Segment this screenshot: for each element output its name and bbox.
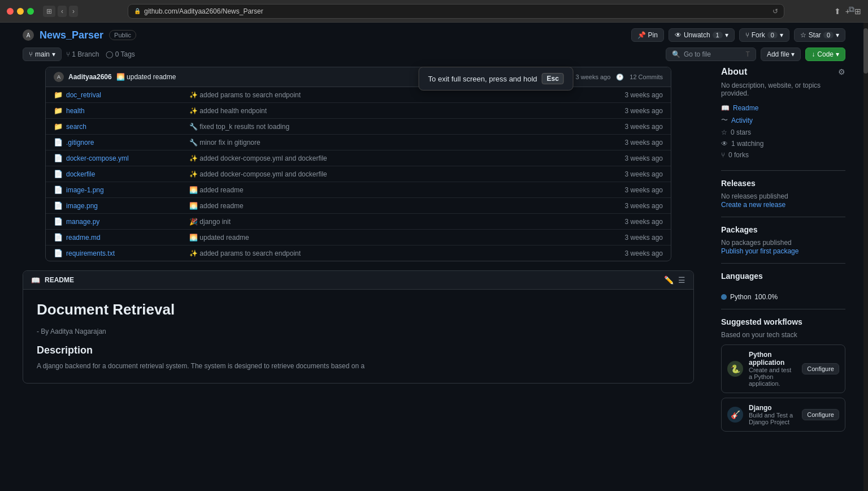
add-file-button[interactable]: Add file ▾: [761, 48, 801, 61]
file-commit-time: 3 weeks ago: [606, 202, 663, 210]
about-title: About: [721, 67, 747, 77]
publish-package-link[interactable]: Publish your first package: [721, 247, 798, 255]
activity-link-text[interactable]: Activity: [731, 117, 753, 124]
back-button[interactable]: ‹: [58, 6, 67, 17]
minimize-button[interactable]: [17, 8, 24, 15]
python-configure-button[interactable]: Configure: [802, 363, 839, 374]
readme-title: README: [45, 276, 74, 284]
file-name-text: doc_retrival: [66, 91, 101, 99]
file-name[interactable]: 📁 health: [54, 106, 189, 115]
add-file-label: Add file: [767, 50, 789, 58]
about-section: About ⚙ No description, website, or topi…: [721, 67, 845, 159]
share-button[interactable]: ⬆: [834, 7, 841, 16]
code-button[interactable]: ↓ Code ▾: [805, 48, 845, 61]
python-label: Python: [730, 293, 751, 301]
forks-link: ⑂ 0 forks: [721, 151, 845, 159]
django-configure-button[interactable]: Configure: [802, 409, 839, 420]
file-list: 📁 doc_retrival ✨ added params to search …: [46, 87, 671, 261]
forward-button[interactable]: ›: [69, 6, 78, 17]
sidebar: About ⚙ No description, website, or topi…: [721, 67, 845, 440]
file-name[interactable]: 📄 manage.py: [54, 217, 189, 226]
file-name[interactable]: 📄 docker-compose.yml: [54, 154, 189, 162]
repo-name[interactable]: News_Parser: [40, 29, 103, 41]
fork-count: 0: [767, 32, 778, 38]
file-name[interactable]: 📄 requirements.txt: [54, 249, 189, 257]
repo-actions: 📌 Pin 👁 Unwatch 1 ▾ ⑂ Fork 0 ▾ ☆ S: [631, 28, 845, 42]
forks-count: 0 forks: [728, 151, 749, 159]
add-file-chevron-icon: ▾: [791, 50, 795, 58]
file-name[interactable]: 📄 dockerfile: [54, 170, 189, 178]
go-to-file-button[interactable]: 🔍 Go to file T: [666, 48, 756, 61]
file-name[interactable]: 📁 doc_retrival: [54, 91, 189, 99]
readme-link-text[interactable]: Readme: [733, 104, 758, 112]
kbd-hint: T: [746, 50, 750, 58]
file-name[interactable]: 📄 image-1.png: [54, 186, 189, 194]
toolbar-meta: ⑂ 1 Branch ◯ 0 Tags: [66, 50, 135, 58]
sidebar-divider-4: [721, 309, 845, 309]
close-button[interactable]: [7, 8, 14, 15]
file-commit-message: ✨ added docker-compose.yml and dockerfil…: [189, 170, 606, 178]
code-chevron-icon: ▾: [836, 50, 839, 58]
refresh-button[interactable]: ↺: [772, 7, 778, 15]
file-name-text: image-1.png: [66, 186, 104, 194]
table-row: 📁 doc_retrival ✨ added params to search …: [46, 87, 671, 103]
unwatch-button[interactable]: 👁 Unwatch 1 ▾: [669, 28, 735, 42]
sidebar-toggle-button[interactable]: ⊞: [43, 6, 55, 17]
file-icon: 📄: [54, 170, 63, 178]
python-percent: 100.0%: [754, 293, 778, 301]
watching-count: 1 watching: [731, 140, 763, 148]
star-chevron-icon: ▾: [836, 31, 839, 39]
unwatch-count: 1: [713, 32, 723, 38]
about-description: No description, website, or topics provi…: [721, 81, 845, 97]
star-button[interactable]: ☆ Star 0 ▾: [794, 28, 845, 42]
folder-icon: 📁: [54, 122, 63, 131]
django-workflow-desc: Build and Test a Django Project: [749, 412, 796, 425]
readme-link[interactable]: 📖 Readme: [721, 104, 845, 112]
language-bar: [721, 285, 845, 288]
maximize-button[interactable]: [27, 8, 34, 15]
sidebar-divider-3: [721, 263, 845, 264]
commit-count[interactable]: 12 Commits: [630, 74, 663, 80]
star-count: 0: [823, 32, 834, 38]
file-commit-time: 3 weeks ago: [606, 218, 663, 226]
branch-count[interactable]: ⑂ 1 Branch: [66, 50, 99, 58]
about-settings-button[interactable]: ⚙: [838, 67, 845, 76]
about-links: 📖 Readme 〜 Activity ☆ 0 stars 👁: [721, 104, 845, 159]
python-workflow-desc: Create and test a Python application.: [749, 367, 796, 387]
file-name-text: requirements.txt: [66, 249, 115, 257]
address-bar[interactable]: 🔒 github.com/Aadityaa2606/News_Parser ↺: [128, 4, 784, 19]
esc-key: Esc: [542, 73, 564, 84]
file-name[interactable]: 📄 .gitignore: [54, 138, 189, 147]
python-dot: [721, 294, 727, 300]
file-commit-message: 🔧 fixed top_k results not loading: [189, 123, 606, 131]
book-icon: 📖: [721, 104, 730, 112]
file-name-text: manage.py: [66, 218, 99, 226]
file-name[interactable]: 📁 search: [54, 122, 189, 131]
branch-selector[interactable]: ⑂ main ▾: [23, 48, 62, 61]
file-name[interactable]: 📄 readme.md: [54, 233, 189, 242]
raw-readme-button[interactable]: ☰: [678, 275, 685, 285]
file-commit-time: 3 weeks ago: [606, 91, 663, 99]
readme-content: Document Retrieval - By Aaditya Nagaraja…: [23, 290, 693, 383]
file-commit-message: 🎉 django init: [189, 218, 606, 226]
scrollbar-thumb[interactable]: [863, 28, 868, 74]
file-icon: 📄: [54, 154, 63, 162]
code-icon: ↓: [811, 50, 815, 58]
file-icon: 📄: [54, 186, 63, 194]
workflow-item-django: 🎸 Django Build and Test a Django Project…: [721, 398, 845, 432]
fork-icon: ⑂: [721, 151, 725, 159]
tab-overview-button[interactable]: ⊞: [854, 7, 861, 16]
commit-author[interactable]: Aadityaa2606: [68, 73, 112, 81]
star-icon: ☆: [721, 128, 727, 136]
file-commit-time: 3 weeks ago: [606, 123, 663, 131]
readme-header: 📖 README ✏️ ☰: [23, 271, 693, 290]
url-text: github.com/Aadityaa2606/News_Parser: [144, 7, 263, 15]
create-release-link[interactable]: Create a new release: [721, 201, 785, 209]
pin-button[interactable]: 📌 Pin: [631, 28, 664, 42]
activity-link[interactable]: 〜 Activity: [721, 115, 845, 125]
commit-message: 🌅 updated readme: [116, 73, 176, 81]
languages-section: Languages Python 100.0%: [721, 272, 845, 301]
fork-button[interactable]: ⑂ Fork 0 ▾: [739, 28, 789, 42]
edit-readme-button[interactable]: ✏️: [664, 275, 674, 285]
file-name[interactable]: 📄 image.png: [54, 201, 189, 210]
